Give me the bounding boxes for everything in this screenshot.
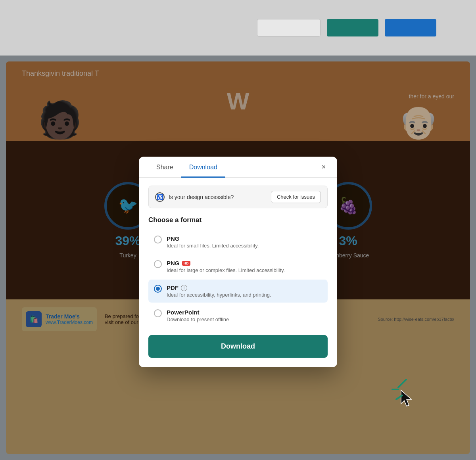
chrome-button-green[interactable] <box>327 19 378 36</box>
chrome-button-blue[interactable] <box>385 19 436 36</box>
hd-badge: HD <box>182 261 190 266</box>
format-name-pdf: PDF <box>167 284 178 291</box>
format-desc-powerpoint: Download to present offline <box>167 316 322 322</box>
format-name-powerpoint: PowerPoint <box>167 309 200 316</box>
accessibility-banner: ♿ Is your design accessible? Check for i… <box>148 186 328 208</box>
format-option-pdf[interactable]: PDF i Ideal for accessibility, hyperlink… <box>148 280 328 303</box>
radio-png[interactable] <box>154 236 162 243</box>
modal-tabs: Share Download × <box>139 157 337 178</box>
radio-pdf[interactable] <box>154 285 162 293</box>
format-name-row-pdf: PDF i <box>167 284 322 291</box>
accessibility-text: Is your design accessible? <box>169 194 267 200</box>
format-name-row-powerpoint: PowerPoint <box>167 309 322 316</box>
format-info-powerpoint: PowerPoint Download to present offline <box>167 309 322 322</box>
close-button[interactable]: × <box>318 161 329 172</box>
format-info-png-hd: PNG HD Ideal for large or complex files.… <box>167 260 322 273</box>
format-option-png[interactable]: PNG Ideal for small files. Limited acces… <box>148 230 328 253</box>
radio-png-hd[interactable] <box>154 260 162 268</box>
radio-inner-pdf <box>156 287 160 291</box>
format-name-png-hd: PNG <box>167 260 180 266</box>
format-name-row-png: PNG <box>167 235 322 242</box>
format-info-pdf: PDF i Ideal for accessibility, hyperlink… <box>167 284 322 298</box>
radio-powerpoint[interactable] <box>154 309 162 317</box>
download-button[interactable]: Download <box>148 335 328 358</box>
tab-download[interactable]: Download <box>181 157 225 178</box>
check-issues-button[interactable]: Check for issues <box>271 191 321 203</box>
modal-body: ♿ Is your design accessible? Check for i… <box>139 178 337 367</box>
format-option-png-hd[interactable]: PNG HD Ideal for large or complex files.… <box>148 255 328 278</box>
pdf-info-icon[interactable]: i <box>181 285 187 291</box>
format-desc-png: Ideal for small files. Limited accessibi… <box>167 243 322 249</box>
tab-share[interactable]: Share <box>148 157 181 178</box>
url-input[interactable] <box>257 19 321 36</box>
format-name-png: PNG <box>167 235 180 242</box>
format-desc-png-hd: Ideal for large or complex files. Limite… <box>167 267 322 273</box>
format-desc-pdf: Ideal for accessibility, hyperlinks, and… <box>167 292 322 298</box>
browser-chrome <box>0 0 476 56</box>
format-info-png: PNG Ideal for small files. Limited acces… <box>167 235 322 249</box>
accessibility-icon: ♿ <box>155 192 165 202</box>
canvas-area: Thanksgivin traditional T W ther for a e… <box>0 56 476 460</box>
format-name-row-png-hd: PNG HD <box>167 260 322 266</box>
download-modal: Share Download × ♿ Is your design access… <box>139 157 337 367</box>
format-section-title: Choose a format <box>148 216 328 224</box>
format-option-powerpoint[interactable]: PowerPoint Download to present offline <box>148 304 328 327</box>
